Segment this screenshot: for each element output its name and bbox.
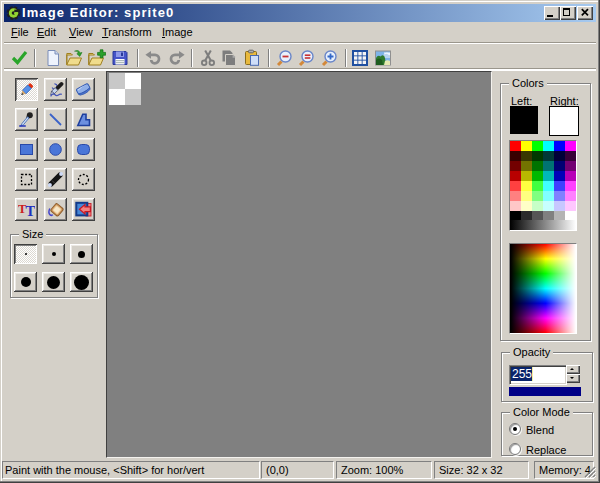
svg-text:T: T <box>26 203 36 219</box>
